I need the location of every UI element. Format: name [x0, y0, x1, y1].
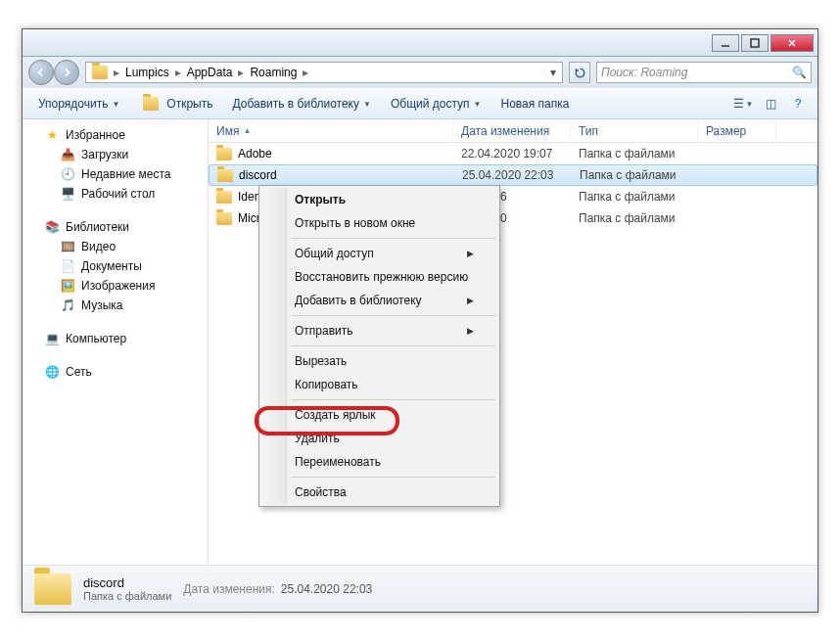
desktop-icon: 🖥️ — [60, 186, 75, 202]
address-dropdown-icon[interactable]: ▾ — [544, 66, 560, 79]
forward-button[interactable] — [54, 60, 79, 85]
column-type[interactable]: Тип — [571, 119, 698, 142]
search-placeholder: Поиск: Roaming — [601, 66, 687, 79]
chevron-down-icon: ▼ — [112, 100, 119, 109]
ctx-send-to[interactable]: Отправить▶ — [261, 319, 497, 343]
file-type: Папка с файлами — [571, 211, 698, 225]
chevron-right-icon[interactable]: ▸ — [173, 66, 183, 79]
ctx-open[interactable]: Открыть — [261, 188, 497, 211]
ctx-restore-version[interactable]: Восстановить прежнюю версию — [261, 265, 497, 289]
details-name: discord — [83, 575, 171, 590]
details-meta: Дата изменения: 25.04.2020 22:03 — [183, 582, 372, 596]
sidebar-item-music[interactable]: 🎵Музыка — [23, 296, 208, 315]
ctx-cut[interactable]: Вырезать — [261, 349, 497, 373]
image-icon: 🖼️ — [60, 278, 75, 294]
search-icon: 🔍 — [792, 66, 807, 79]
document-icon: 📄 — [60, 258, 75, 274]
context-menu: Открыть Открыть в новом окне Общий досту… — [258, 185, 500, 507]
column-headers: Имя▲ Дата изменения Тип Размер — [209, 119, 817, 143]
sidebar-item-recent[interactable]: 🕘Недавние места — [23, 164, 208, 184]
column-date[interactable]: Дата изменения — [453, 119, 571, 142]
table-row[interactable]: discord25.04.2020 22:03Папка с файлами — [209, 164, 817, 186]
address-bar[interactable]: ▸ Lumpics ▸ AppData ▸ Roaming ▸ ▾ — [85, 62, 563, 83]
view-button[interactable]: ☰ ▼ — [731, 93, 755, 114]
ctx-open-new-window[interactable]: Открыть в новом окне — [261, 211, 497, 235]
file-type: Папка с файлами — [571, 190, 698, 204]
sidebar-libraries[interactable]: 📚Библиотеки — [23, 217, 208, 237]
search-input[interactable]: Поиск: Roaming 🔍 — [596, 62, 812, 83]
chevron-right-icon[interactable]: ▸ — [301, 66, 310, 79]
ctx-create-shortcut[interactable]: Создать ярлык — [261, 403, 497, 427]
folder-open-icon — [143, 97, 159, 111]
chevron-right-icon[interactable]: ▸ — [236, 66, 246, 79]
sidebar-item-downloads[interactable]: 📥Загрузки — [23, 145, 208, 164]
file-name: discord — [239, 168, 277, 182]
ctx-add-library[interactable]: Добавить в библиотеку▶ — [261, 289, 497, 312]
ctx-properties[interactable]: Свойства — [261, 481, 497, 504]
sidebar-computer[interactable]: 💻Компьютер — [23, 329, 208, 348]
ctx-copy[interactable]: Копировать — [261, 373, 497, 396]
titlebar — [23, 29, 817, 57]
submenu-arrow-icon: ▶ — [467, 249, 474, 258]
folder-icon — [92, 66, 108, 79]
nav-buttons — [28, 60, 79, 85]
chevron-down-icon: ▼ — [474, 100, 482, 109]
breadcrumb[interactable]: Lumpics — [121, 64, 173, 81]
music-icon: 🎵 — [60, 298, 75, 313]
details-date-value: 25.04.2020 22:03 — [281, 582, 372, 596]
open-button[interactable]: Открыть — [131, 93, 220, 114]
column-size[interactable]: Размер — [698, 119, 776, 142]
file-date: 25.04.2020 22:03 — [454, 168, 572, 182]
details-pane: discord Папка с файлами Дата изменения: … — [23, 565, 817, 612]
back-button[interactable] — [28, 60, 54, 85]
add-library-button[interactable]: Добавить в библиотеку▼ — [224, 93, 378, 114]
preview-pane-button[interactable]: ◫ — [759, 93, 782, 114]
folder-icon — [216, 191, 232, 204]
chevron-right-icon[interactable]: ▸ — [112, 66, 121, 79]
download-icon: 📥 — [60, 147, 75, 162]
sidebar-network[interactable]: 🌐Сеть — [23, 362, 208, 382]
sidebar-item-images[interactable]: 🖼️Изображения — [23, 276, 208, 296]
folder-icon — [34, 573, 71, 605]
star-icon: ★ — [44, 127, 60, 143]
new-folder-button[interactable]: Новая папка — [492, 93, 577, 114]
computer-icon: 💻 — [44, 331, 60, 346]
column-name[interactable]: Имя▲ — [209, 119, 453, 142]
sidebar-item-desktop[interactable]: 🖥️Рабочий стол — [23, 184, 208, 204]
submenu-arrow-icon: ▶ — [467, 296, 474, 305]
toolbar: Упорядочить▼ Открыть Добавить в библиоте… — [23, 88, 817, 119]
file-type: Папка с файлами — [571, 147, 698, 160]
video-icon: 🎞️ — [60, 239, 75, 254]
minimize-button[interactable] — [712, 34, 739, 52]
details-date-label: Дата изменения: — [183, 582, 275, 596]
help-button[interactable]: ? — [786, 93, 810, 114]
file-name: Adobe — [238, 147, 272, 160]
sidebar-favorites[interactable]: ★Избранное — [23, 125, 208, 145]
breadcrumb[interactable]: AppData — [183, 64, 237, 81]
folder-icon — [217, 169, 233, 182]
chevron-down-icon: ▼ — [363, 100, 371, 109]
ctx-delete[interactable]: Удалить — [261, 427, 497, 450]
sidebar-item-video[interactable]: 🎞️Видео — [23, 237, 208, 256]
ctx-rename[interactable]: Переименовать — [261, 450, 497, 474]
library-icon: 📚 — [44, 219, 60, 235]
file-date: 22.04.2020 19:07 — [453, 147, 571, 160]
maximize-button[interactable] — [741, 34, 769, 52]
submenu-arrow-icon: ▶ — [467, 326, 474, 336]
sidebar-item-documents[interactable]: 📄Документы — [23, 256, 208, 276]
table-row[interactable]: Adobe22.04.2020 19:07Папка с файлами — [209, 143, 817, 164]
sort-asc-icon: ▲ — [243, 126, 251, 135]
organize-button[interactable]: Упорядочить▼ — [30, 93, 127, 114]
details-type: Папка с файлами — [83, 590, 171, 602]
share-button[interactable]: Общий доступ▼ — [383, 93, 490, 114]
close-button[interactable] — [770, 34, 814, 52]
address-row: ▸ Lumpics ▸ AppData ▸ Roaming ▸ ▾ Поиск:… — [23, 57, 817, 88]
recent-icon: 🕘 — [60, 166, 75, 182]
refresh-button[interactable] — [569, 62, 590, 83]
sidebar: ★Избранное 📥Загрузки 🕘Недавние места 🖥️Р… — [23, 119, 209, 565]
svg-rect-1 — [751, 39, 759, 47]
ctx-share[interactable]: Общий доступ▶ — [261, 242, 497, 265]
network-icon: 🌐 — [44, 364, 60, 380]
file-type: Папка с файлами — [572, 168, 699, 182]
breadcrumb[interactable]: Roaming — [246, 64, 301, 81]
